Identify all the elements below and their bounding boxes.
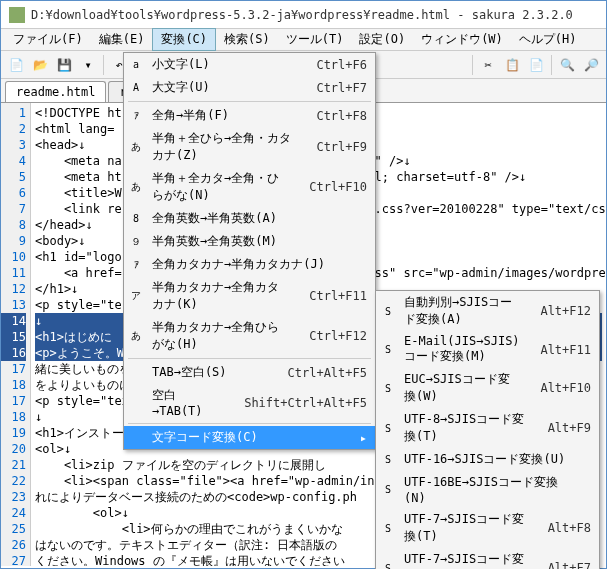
menu-item-icon xyxy=(128,430,144,446)
menu-item-3[interactable]: ｱ全角→半角(F)Ctrl+F8 xyxy=(124,104,375,127)
menu-item-2[interactable]: SEUC→SJISコード変換(W)Alt+F10 xyxy=(376,368,599,408)
menu-item-label: 半角英数→全角英数(M) xyxy=(152,233,277,250)
menu-item-icon xyxy=(128,365,144,381)
menu-item-6[interactable]: 8全角英数→半角英数(A) xyxy=(124,207,375,230)
menu-item-icon xyxy=(128,395,144,411)
menu-7[interactable]: ヘルプ(H) xyxy=(511,29,585,50)
menu-6[interactable]: ウィンドウ(W) xyxy=(413,29,511,50)
menu-item-10[interactable]: あ半角カタカナ→全角ひらがな(H)Ctrl+F12 xyxy=(124,316,375,356)
menu-shortcut: Ctrl+F7 xyxy=(296,81,367,95)
menu-item-6[interactable]: SUTF-7→SJISコード変換(T)Alt+F8 xyxy=(376,508,599,548)
menu-item-0[interactable]: a小文字(L)Ctrl+F6 xyxy=(124,53,375,76)
menu-0[interactable]: ファイル(F) xyxy=(5,29,91,50)
menu-item-label: 全角英数→半角英数(A) xyxy=(152,210,277,227)
menu-item-label: UTF-7→SJISコード変換(T) xyxy=(404,511,528,545)
menu-item-icon: S xyxy=(380,520,396,536)
menu-item-4[interactable]: SUTF-16→SJISコード変換(U) xyxy=(376,448,599,471)
menu-2[interactable]: 変換(C) xyxy=(152,28,216,51)
menu-item-label: 自動判別→SJISコード変換(A) xyxy=(404,294,520,328)
cut-icon[interactable]: ✂ xyxy=(477,54,499,76)
menu-item-9[interactable]: ア半角カタカナ→全角カタカナ(K)Ctrl+F11 xyxy=(124,276,375,316)
menu-item-icon: S xyxy=(380,380,396,396)
menu-item-icon: S xyxy=(380,303,396,319)
menu-item-icon: a xyxy=(128,57,144,73)
menu-item-icon: A xyxy=(128,80,144,96)
menu-item-icon: S xyxy=(380,482,396,498)
menu-shortcut: Alt+F12 xyxy=(520,304,591,318)
menu-shortcut: Shift+Ctrl+Alt+F5 xyxy=(224,396,367,410)
new-file-icon[interactable]: 📄 xyxy=(5,54,27,76)
menu-shortcut: Ctrl+F12 xyxy=(289,329,367,343)
menu-item-label: 空白→TAB(T) xyxy=(152,387,224,418)
menu-item-12[interactable]: TAB→空白(S)Ctrl+Alt+F5 xyxy=(124,361,375,384)
menu-shortcut: Ctrl+F6 xyxy=(296,58,367,72)
menu-item-icon: S xyxy=(380,342,396,358)
menu-item-icon: あ xyxy=(128,139,144,155)
menu-shortcut: Alt+F11 xyxy=(520,343,591,357)
menu-item-5[interactable]: あ半角＋全カタ→全角・ひらがな(N)Ctrl+F10 xyxy=(124,167,375,207)
copy-icon[interactable]: 📋 xyxy=(501,54,523,76)
menu-shortcut: Alt+F10 xyxy=(520,381,591,395)
menu-item-icon: S xyxy=(380,452,396,468)
menu-item-1[interactable]: A大文字(U)Ctrl+F7 xyxy=(124,76,375,99)
menu-shortcut: Alt+F8 xyxy=(528,521,591,535)
menu-item-label: TAB→空白(S) xyxy=(152,364,227,381)
charcode-submenu: S自動判別→SJISコード変換(A)Alt+F12SE-Mail(JIS→SJI… xyxy=(375,290,600,569)
menu-3[interactable]: 検索(S) xyxy=(216,29,278,50)
menu-item-0[interactable]: S自動判別→SJISコード変換(A)Alt+F12 xyxy=(376,291,599,331)
menu-item-label: EUC→SJISコード変換(W) xyxy=(404,371,520,405)
menu-item-icon: あ xyxy=(128,328,144,344)
menu-item-label: 文字コード変換(C) xyxy=(152,429,258,446)
menu-shortcut: Ctrl+F8 xyxy=(296,109,367,123)
submenu-arrow-icon: ▸ xyxy=(340,431,367,445)
save-all-icon[interactable]: ▾ xyxy=(77,54,99,76)
save-icon[interactable]: 💾 xyxy=(53,54,75,76)
menu-shortcut: Ctrl+F11 xyxy=(289,289,367,303)
menu-item-icon: ア xyxy=(128,288,144,304)
menu-item-label: 小文字(L) xyxy=(152,56,210,73)
menu-item-1[interactable]: SE-Mail(JIS→SJIS)コード変換(M)Alt+F11 xyxy=(376,331,599,368)
menu-item-icon: あ xyxy=(128,179,144,195)
menu-shortcut: Alt+F7 xyxy=(528,561,591,569)
menu-item-4[interactable]: あ半角＋全ひら→全角・カタカナ(Z)Ctrl+F9 xyxy=(124,127,375,167)
menu-item-label: 全角カタカナ→半角カタカナ(J) xyxy=(152,256,325,273)
menu-item-8[interactable]: ｱ全角カタカナ→半角カタカナ(J) xyxy=(124,253,375,276)
menu-item-label: 半角＋全カタ→全角・ひらがな(N) xyxy=(152,170,289,204)
replace-icon[interactable]: 🔎 xyxy=(580,54,602,76)
menu-item-15[interactable]: 文字コード変換(C)▸ xyxy=(124,426,375,449)
menu-item-label: UTF-7→SJISコード変換(F) xyxy=(404,551,528,569)
menu-item-label: UTF-16→SJISコード変換(U) xyxy=(404,451,565,468)
menu-4[interactable]: ツール(T) xyxy=(278,29,352,50)
menu-shortcut: Ctrl+F10 xyxy=(289,180,367,194)
menu-item-label: 半角カタカナ→全角カタカナ(K) xyxy=(152,279,289,313)
convert-menu-dropdown: a小文字(L)Ctrl+F6A大文字(U)Ctrl+F7ｱ全角→半角(F)Ctr… xyxy=(123,52,376,450)
search-icon[interactable]: 🔍 xyxy=(556,54,578,76)
menu-shortcut: Alt+F9 xyxy=(528,421,591,435)
titlebar: D:¥download¥tools¥wordpress-5.3.2-ja¥wor… xyxy=(1,1,606,29)
paste-icon[interactable]: 📄 xyxy=(525,54,547,76)
menu-item-icon: ｱ xyxy=(128,108,144,124)
menu-item-label: UTF-8→SJISコード変換(T) xyxy=(404,411,528,445)
menu-item-7[interactable]: ９半角英数→全角英数(M) xyxy=(124,230,375,253)
menu-item-7[interactable]: SUTF-7→SJISコード変換(F)Alt+F7 xyxy=(376,548,599,569)
open-file-icon[interactable]: 📂 xyxy=(29,54,51,76)
menu-1[interactable]: 編集(E) xyxy=(91,29,153,50)
menu-item-13[interactable]: 空白→TAB(T)Shift+Ctrl+Alt+F5 xyxy=(124,384,375,421)
menu-item-icon: S xyxy=(380,560,396,569)
menu-item-label: 大文字(U) xyxy=(152,79,210,96)
menu-item-icon: ｱ xyxy=(128,257,144,273)
tab-0[interactable]: readme.html xyxy=(5,81,106,102)
menu-item-label: UTF-16BE→SJISコード変換(N) xyxy=(404,474,571,505)
menu-shortcut: Ctrl+F9 xyxy=(296,140,367,154)
menu-item-3[interactable]: SUTF-8→SJISコード変換(T)Alt+F9 xyxy=(376,408,599,448)
menu-item-label: 全角→半角(F) xyxy=(152,107,229,124)
menu-item-icon: S xyxy=(380,420,396,436)
menu-item-label: E-Mail(JIS→SJIS)コード変換(M) xyxy=(404,334,520,365)
app-icon xyxy=(9,7,25,23)
menu-item-icon: 8 xyxy=(128,211,144,227)
menu-5[interactable]: 設定(O) xyxy=(351,29,413,50)
menu-item-5[interactable]: SUTF-16BE→SJISコード変換(N) xyxy=(376,471,599,508)
menubar: ファイル(F)編集(E)変換(C)検索(S)ツール(T)設定(O)ウィンドウ(W… xyxy=(1,29,606,51)
menu-shortcut: Ctrl+Alt+F5 xyxy=(268,366,367,380)
line-gutter: 1234567891011121314151617181718192021222… xyxy=(1,103,31,566)
